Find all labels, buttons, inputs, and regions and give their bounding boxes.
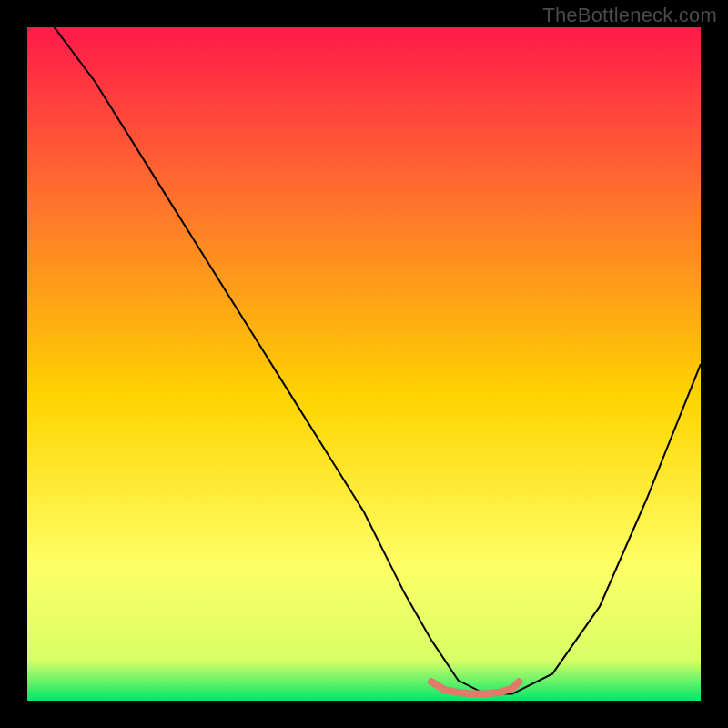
watermark-text: TheBottleneck.com [542,4,717,27]
chart-background [27,27,701,701]
chart-plot-area [27,27,701,701]
bottleneck-chart [27,27,701,701]
